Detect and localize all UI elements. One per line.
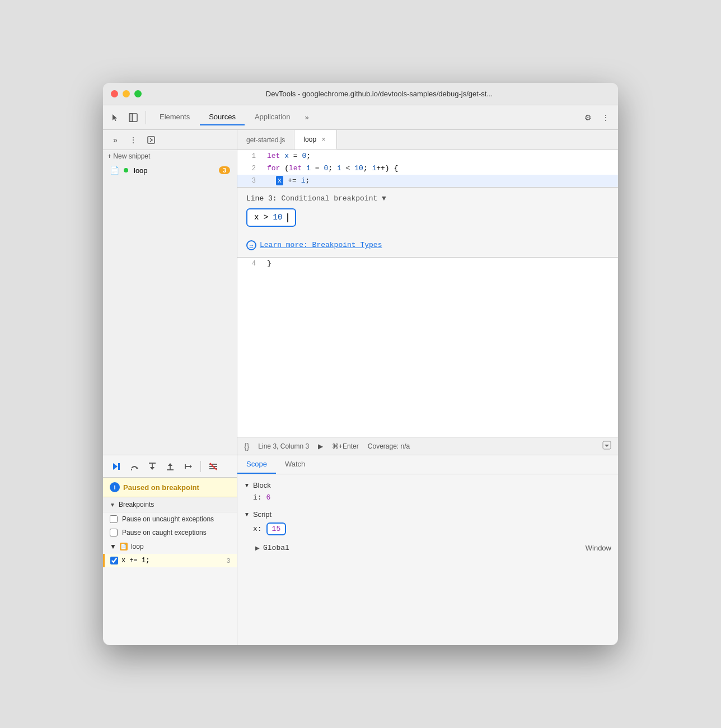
line-content-2: for (let i = 0; i < 10; i++) {: [263, 162, 618, 175]
code-editor[interactable]: 1 let x = 0; 2 for (let i = 0; i < 10; i…: [237, 150, 618, 437]
scope-global-row: ▶ Global Window: [237, 542, 618, 554]
pause-uncaught-item: Pause on uncaught exceptions: [103, 512, 237, 526]
close-button[interactable]: [111, 90, 118, 97]
svg-marker-8: [168, 463, 172, 466]
content-area: » ⋮ + New snippet 📄 loop 3: [103, 130, 618, 455]
loop-filename: loop: [134, 166, 148, 175]
devtools-window: DevTools - googlechrome.github.io/devtoo…: [103, 83, 618, 645]
block-triangle: ▼: [244, 482, 250, 488]
scope-var-x: x: 15: [237, 521, 618, 537]
status-bar: {} Line 3, Column 3 ▶ ⌘+Enter Coverage: …: [237, 437, 618, 455]
breakpoint-checkbox[interactable]: [110, 557, 118, 564]
more-tabs-button[interactable]: »: [301, 110, 313, 125]
cursor-caret: [287, 213, 288, 222]
pause-uncaught-checkbox[interactable]: [110, 515, 118, 523]
minimize-button[interactable]: [123, 90, 130, 97]
cursor-icon[interactable]: [107, 110, 123, 125]
green-dot: [124, 168, 128, 172]
x-value-box: 15: [266, 522, 287, 535]
sidebar-back-icon[interactable]: [143, 132, 159, 148]
breakpoint-code: x += i;: [121, 557, 223, 564]
block-label: Block: [253, 481, 271, 489]
bp-condition-num: 10: [273, 213, 283, 222]
loop-triangle[interactable]: ▼: [110, 543, 116, 550]
step-button[interactable]: [181, 460, 195, 473]
learn-more-link[interactable]: → Learn more: Breakpoint Types: [246, 240, 609, 250]
learn-more-icon: →: [246, 240, 256, 250]
var-val-x: 15: [272, 525, 281, 533]
toolbar-right: ⚙ ⋮: [580, 110, 614, 125]
script-label: Script: [253, 510, 271, 519]
new-snippet-button[interactable]: + New snippet: [103, 150, 237, 162]
breakpoints-label: Breakpoints: [119, 501, 154, 508]
paused-banner: i Paused on breakpoint: [103, 478, 237, 497]
svg-rect-5: [118, 463, 120, 470]
learn-more-label: Learn more: Breakpoint Types: [260, 241, 382, 249]
sidebar: » ⋮ + New snippet 📄 loop 3: [103, 130, 237, 455]
line-number-1: 1: [237, 150, 263, 162]
file-tab-loop[interactable]: loop ×: [294, 130, 337, 150]
line-number-4: 4: [237, 258, 263, 270]
settings-icon[interactable]: ⚙: [580, 110, 596, 125]
info-icon: i: [110, 482, 120, 492]
line-number-2: 2: [237, 162, 263, 175]
dock-icon[interactable]: [125, 110, 141, 125]
step-over-button[interactable]: [128, 460, 141, 473]
titlebar: DevTools - googlechrome.github.io/devtoo…: [103, 83, 618, 105]
tab-elements[interactable]: Elements: [151, 109, 199, 125]
step-out-button[interactable]: [163, 460, 177, 473]
file-tabs: get-started.js loop ×: [237, 130, 618, 150]
svg-marker-4: [113, 463, 118, 470]
tab-application[interactable]: Application: [246, 109, 299, 125]
breakpoint-badge: 3: [219, 166, 230, 174]
coverage-dropdown-icon[interactable]: [602, 441, 611, 451]
deactivate-breakpoints-button[interactable]: [207, 460, 220, 473]
scope-panel: Scope Watch ▼ Block i: 6: [237, 455, 618, 645]
debug-panel: i Paused on breakpoint ▼ Breakpoints Pau…: [103, 455, 237, 645]
step-into-button[interactable]: [146, 460, 159, 473]
line-content-1: let x = 0;: [263, 150, 618, 162]
pretty-print-icon[interactable]: {}: [244, 442, 249, 451]
global-triangle[interactable]: ▶: [255, 545, 260, 551]
window-title: DevTools - googlechrome.github.io/devtoo…: [148, 90, 610, 98]
var-name-x: x:: [253, 525, 262, 533]
sidebar-menu-icon[interactable]: ⋮: [125, 132, 141, 148]
breakpoint-line-num: 3: [227, 557, 230, 564]
bp-condition-input-box: x > 10: [246, 208, 296, 227]
var-name-i: i:: [253, 493, 262, 502]
maximize-button[interactable]: [134, 90, 142, 97]
scope-script-header[interactable]: ▼ Script: [237, 508, 618, 521]
breakpoint-item-1: x += i; 3: [103, 554, 237, 567]
pause-caught-checkbox[interactable]: [110, 529, 118, 536]
scope-global-section: ▶ Global Window: [237, 542, 618, 554]
line-number-3: 3: [237, 175, 263, 187]
editor: get-started.js loop × 1 let x = 0; 2 for…: [237, 130, 618, 455]
tab-scope[interactable]: Scope: [237, 455, 276, 474]
bp-dropdown-arrow[interactable]: ▼: [382, 194, 386, 203]
bottom-panel: i Paused on breakpoint ▼ Breakpoints Pau…: [103, 455, 618, 645]
more-options-icon[interactable]: ⋮: [598, 110, 614, 125]
file-tab-label: get-started.js: [246, 136, 285, 144]
scope-block-header[interactable]: ▼ Block: [237, 479, 618, 492]
run-icon[interactable]: ▶: [318, 442, 323, 450]
scope-block-section: ▼ Block i: 6: [237, 479, 618, 503]
tab-watch[interactable]: Watch: [276, 455, 314, 474]
sidebar-more-icon[interactable]: »: [107, 132, 123, 148]
scope-script-section: ▼ Script x: 15: [237, 508, 618, 537]
pause-uncaught-label: Pause on uncaught exceptions: [122, 515, 214, 523]
svg-rect-2: [148, 137, 154, 143]
tab-sources[interactable]: Sources: [200, 109, 245, 125]
paused-text: Paused on breakpoint: [123, 483, 199, 492]
code-line-1: 1 let x = 0;: [237, 150, 618, 162]
traffic-lights: [111, 90, 142, 97]
file-tab-get-started[interactable]: get-started.js: [237, 130, 294, 150]
breakpoint-panel: Line 3: Conditional breakpoint ▼ x > 10: [237, 187, 618, 258]
file-tab-loop-label: loop: [303, 136, 316, 143]
sidebar-item-loop[interactable]: 📄 loop 3: [103, 162, 237, 178]
resume-button[interactable]: [110, 460, 123, 473]
breakpoints-section-header[interactable]: ▼ Breakpoints: [103, 497, 237, 512]
close-tab-button[interactable]: ×: [320, 136, 327, 143]
svg-rect-1: [129, 114, 133, 122]
bp-header: Line 3: Conditional breakpoint ▼: [246, 194, 609, 203]
main-toolbar: Elements Sources Application » ⚙ ⋮: [103, 105, 618, 130]
